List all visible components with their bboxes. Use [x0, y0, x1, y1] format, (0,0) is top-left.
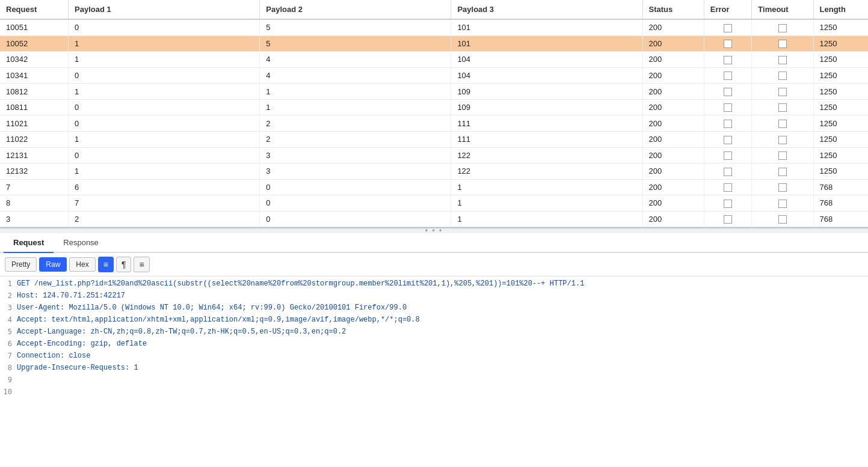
col-header-payload1[interactable]: Payload 1 — [69, 0, 260, 19]
table-row[interactable]: 12131031222001250 — [0, 147, 868, 163]
error-checkbox[interactable] — [724, 215, 732, 224]
table-row[interactable]: 11022121112001250 — [0, 131, 868, 147]
resize-handle[interactable]: • • • — [0, 228, 868, 233]
table-row[interactable]: 12132131222001250 — [0, 163, 868, 180]
error-checkbox-cell[interactable] — [704, 99, 752, 115]
error-checkbox-cell[interactable] — [704, 163, 752, 180]
timeout-checkbox-cell[interactable] — [752, 195, 813, 212]
timeout-checkbox-cell[interactable] — [752, 52, 813, 68]
table-row[interactable]: 10342141042001250 — [0, 52, 868, 68]
timeout-checkbox-cell[interactable] — [752, 35, 813, 52]
list-icon-button[interactable]: ≡ — [98, 257, 114, 272]
error-checkbox[interactable] — [724, 183, 732, 192]
error-checkbox-cell[interactable] — [704, 52, 752, 68]
error-checkbox-cell[interactable] — [704, 195, 752, 212]
timeout-checkbox-cell[interactable] — [752, 99, 813, 115]
table-cell: 200 — [642, 19, 704, 35]
error-checkbox-cell[interactable] — [704, 115, 752, 132]
table-cell: 6 — [69, 179, 260, 195]
code-line: 2Host: 124.70.71.251:42217 — [0, 291, 868, 303]
tab-request[interactable]: Request — [4, 233, 54, 253]
timeout-checkbox-cell[interactable] — [752, 19, 813, 35]
error-checkbox[interactable] — [724, 24, 732, 32]
table-cell: 4 — [260, 67, 451, 84]
tab-response[interactable]: Response — [54, 233, 108, 253]
col-header-request[interactable]: Request — [0, 0, 69, 19]
col-header-payload3[interactable]: Payload 3 — [451, 0, 642, 19]
pretty-button[interactable]: Pretty — [5, 257, 37, 272]
timeout-checkbox[interactable] — [778, 72, 787, 80]
list-icon: ≡ — [103, 260, 108, 269]
error-checkbox-cell[interactable] — [704, 179, 752, 195]
timeout-checkbox[interactable] — [778, 168, 787, 176]
timeout-checkbox[interactable] — [778, 56, 787, 64]
timeout-checkbox[interactable] — [778, 200, 787, 208]
timeout-checkbox[interactable] — [778, 183, 787, 192]
table-cell: 200 — [642, 52, 704, 68]
error-checkbox-cell[interactable] — [704, 131, 752, 147]
error-checkbox-cell[interactable] — [704, 84, 752, 100]
hex-button[interactable]: Hex — [69, 257, 95, 272]
error-checkbox[interactable] — [724, 151, 732, 160]
timeout-checkbox-cell[interactable] — [752, 163, 813, 180]
error-checkbox[interactable] — [724, 120, 732, 128]
timeout-checkbox-cell[interactable] — [752, 179, 813, 195]
code-line: 4Accept: text/html,application/xhtml+xml… — [0, 315, 868, 327]
table-cell: 1 — [69, 35, 260, 52]
table-row[interactable]: 7601200768 — [0, 179, 868, 195]
table-cell: 1 — [69, 131, 260, 147]
length-cell: 1250 — [813, 163, 868, 180]
error-checkbox[interactable] — [724, 72, 732, 80]
timeout-checkbox-cell[interactable] — [752, 115, 813, 132]
table-row[interactable]: 10341041042001250 — [0, 67, 868, 84]
line-content: Accept-Encoding: gzip, deflate — [17, 340, 868, 348]
col-header-length[interactable]: Length — [813, 0, 868, 19]
error-checkbox-cell[interactable] — [704, 211, 752, 227]
error-checkbox[interactable] — [724, 103, 732, 112]
error-checkbox[interactable] — [724, 136, 732, 144]
length-cell: 1250 — [813, 131, 868, 147]
table-cell: 0 — [69, 19, 260, 35]
timeout-checkbox[interactable] — [778, 103, 787, 112]
error-checkbox[interactable] — [724, 200, 732, 208]
error-checkbox[interactable] — [724, 56, 732, 64]
wrap-icon-button[interactable]: ≡ — [134, 257, 149, 272]
col-header-status[interactable]: Status — [642, 0, 704, 19]
error-checkbox[interactable] — [724, 88, 732, 96]
error-checkbox-cell[interactable] — [704, 147, 752, 163]
table-row[interactable]: 10811011092001250 — [0, 99, 868, 115]
timeout-checkbox-cell[interactable] — [752, 211, 813, 227]
table-row[interactable]: 10812111092001250 — [0, 84, 868, 100]
raw-button[interactable]: Raw — [39, 257, 67, 272]
error-checkbox-cell[interactable] — [704, 67, 752, 84]
table-row[interactable]: 10052151012001250 — [0, 35, 868, 52]
timeout-checkbox-cell[interactable] — [752, 147, 813, 163]
error-checkbox-cell[interactable] — [704, 19, 752, 35]
timeout-checkbox-cell[interactable] — [752, 84, 813, 100]
table-cell: 101 — [451, 19, 642, 35]
error-checkbox[interactable] — [724, 168, 732, 176]
timeout-checkbox[interactable] — [778, 136, 787, 144]
table-row[interactable]: 3201200768 — [0, 211, 868, 227]
col-header-timeout[interactable]: Timeout — [752, 0, 813, 19]
table-row[interactable]: 8701200768 — [0, 195, 868, 212]
timeout-checkbox[interactable] — [778, 120, 787, 128]
col-header-error[interactable]: Error — [704, 0, 752, 19]
table-cell: 200 — [642, 163, 704, 180]
newline-icon-button[interactable]: ¶ — [116, 257, 132, 272]
table-cell: 10052 — [0, 35, 69, 52]
timeout-checkbox[interactable] — [778, 151, 787, 160]
timeout-checkbox[interactable] — [778, 24, 787, 32]
timeout-checkbox-cell[interactable] — [752, 131, 813, 147]
timeout-checkbox-cell[interactable] — [752, 67, 813, 84]
timeout-checkbox[interactable] — [778, 40, 787, 48]
table-row[interactable]: 10051051012001250 — [0, 19, 868, 35]
error-checkbox-cell[interactable] — [704, 35, 752, 52]
length-cell: 1250 — [813, 99, 868, 115]
timeout-checkbox[interactable] — [778, 88, 787, 96]
error-checkbox[interactable] — [724, 40, 732, 48]
table-row[interactable]: 11021021112001250 — [0, 115, 868, 132]
col-header-payload2[interactable]: Payload 2 — [260, 0, 451, 19]
line-number: 9 — [0, 376, 17, 384]
timeout-checkbox[interactable] — [778, 215, 787, 224]
